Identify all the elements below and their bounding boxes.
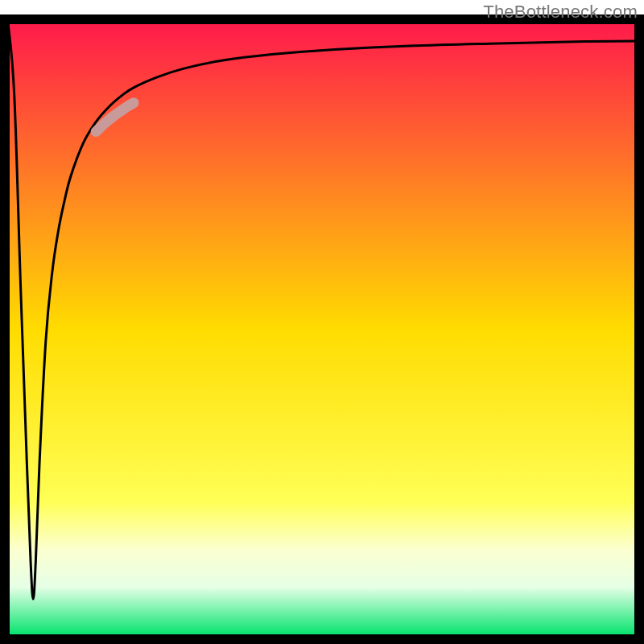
chart-container: TheBottleneck.com <box>0 0 644 644</box>
watermark-text: TheBottleneck.com <box>483 2 638 23</box>
bottleneck-chart <box>0 0 644 644</box>
